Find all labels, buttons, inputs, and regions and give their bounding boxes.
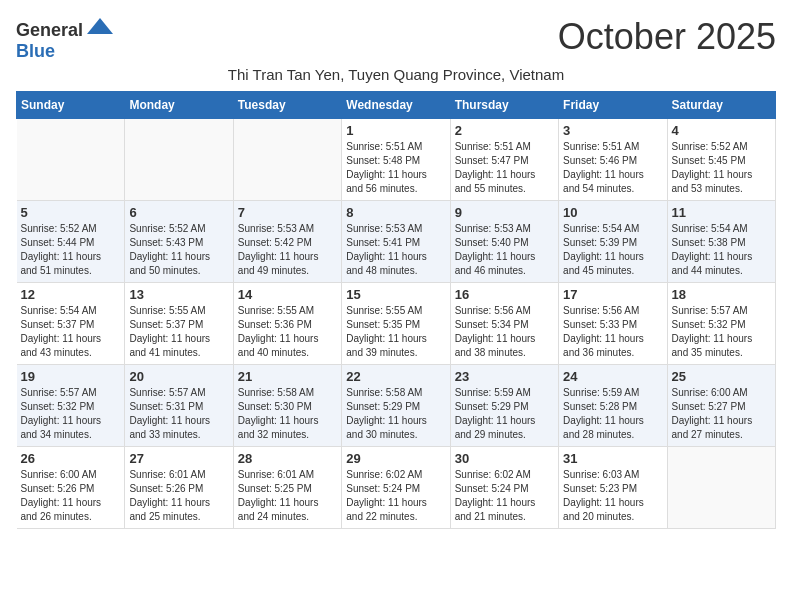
day-detail: Sunrise: 5:55 AM Sunset: 5:37 PM Dayligh… [129,304,228,360]
day-detail: Sunrise: 5:55 AM Sunset: 5:35 PM Dayligh… [346,304,445,360]
table-row: 25Sunrise: 6:00 AM Sunset: 5:27 PM Dayli… [667,365,775,447]
table-row: 11Sunrise: 5:54 AM Sunset: 5:38 PM Dayli… [667,201,775,283]
logo-blue: Blue [16,41,55,61]
logo: General Blue [16,16,115,62]
table-row: 22Sunrise: 5:58 AM Sunset: 5:29 PM Dayli… [342,365,450,447]
logo-text: General Blue [16,16,115,62]
table-row: 6Sunrise: 5:52 AM Sunset: 5:43 PM Daylig… [125,201,233,283]
table-row: 2Sunrise: 5:51 AM Sunset: 5:47 PM Daylig… [450,119,558,201]
table-row: 15Sunrise: 5:55 AM Sunset: 5:35 PM Dayli… [342,283,450,365]
day-number: 27 [129,451,228,466]
table-row: 21Sunrise: 5:58 AM Sunset: 5:30 PM Dayli… [233,365,341,447]
table-row: 10Sunrise: 5:54 AM Sunset: 5:39 PM Dayli… [559,201,667,283]
table-row [125,119,233,201]
day-number: 16 [455,287,554,302]
logo-general: General [16,20,83,40]
table-row: 19Sunrise: 5:57 AM Sunset: 5:32 PM Dayli… [17,365,125,447]
table-row: 8Sunrise: 5:53 AM Sunset: 5:41 PM Daylig… [342,201,450,283]
day-detail: Sunrise: 5:54 AM Sunset: 5:39 PM Dayligh… [563,222,662,278]
day-detail: Sunrise: 5:52 AM Sunset: 5:44 PM Dayligh… [21,222,121,278]
calendar-week-row: 5Sunrise: 5:52 AM Sunset: 5:44 PM Daylig… [17,201,776,283]
svg-marker-0 [87,18,113,34]
day-detail: Sunrise: 5:59 AM Sunset: 5:28 PM Dayligh… [563,386,662,442]
day-detail: Sunrise: 6:01 AM Sunset: 5:26 PM Dayligh… [129,468,228,524]
day-number: 10 [563,205,662,220]
header-monday: Monday [125,92,233,119]
header-saturday: Saturday [667,92,775,119]
day-number: 4 [672,123,771,138]
table-row: 27Sunrise: 6:01 AM Sunset: 5:26 PM Dayli… [125,447,233,529]
day-number: 24 [563,369,662,384]
table-row: 24Sunrise: 5:59 AM Sunset: 5:28 PM Dayli… [559,365,667,447]
day-detail: Sunrise: 5:58 AM Sunset: 5:29 PM Dayligh… [346,386,445,442]
day-number: 17 [563,287,662,302]
calendar-header-row: Sunday Monday Tuesday Wednesday Thursday… [17,92,776,119]
table-row: 14Sunrise: 5:55 AM Sunset: 5:36 PM Dayli… [233,283,341,365]
day-number: 11 [672,205,771,220]
day-detail: Sunrise: 5:53 AM Sunset: 5:42 PM Dayligh… [238,222,337,278]
table-row [233,119,341,201]
day-detail: Sunrise: 5:56 AM Sunset: 5:33 PM Dayligh… [563,304,662,360]
day-number: 23 [455,369,554,384]
table-row: 3Sunrise: 5:51 AM Sunset: 5:46 PM Daylig… [559,119,667,201]
table-row: 12Sunrise: 5:54 AM Sunset: 5:37 PM Dayli… [17,283,125,365]
header: General Blue October 2025 [16,16,776,62]
header-wednesday: Wednesday [342,92,450,119]
day-detail: Sunrise: 6:02 AM Sunset: 5:24 PM Dayligh… [346,468,445,524]
day-number: 20 [129,369,228,384]
day-detail: Sunrise: 5:56 AM Sunset: 5:34 PM Dayligh… [455,304,554,360]
day-detail: Sunrise: 5:59 AM Sunset: 5:29 PM Dayligh… [455,386,554,442]
day-detail: Sunrise: 5:52 AM Sunset: 5:43 PM Dayligh… [129,222,228,278]
day-number: 2 [455,123,554,138]
day-number: 25 [672,369,771,384]
table-row: 18Sunrise: 5:57 AM Sunset: 5:32 PM Dayli… [667,283,775,365]
day-number: 12 [21,287,121,302]
day-number: 9 [455,205,554,220]
table-row: 26Sunrise: 6:00 AM Sunset: 5:26 PM Dayli… [17,447,125,529]
table-row: 17Sunrise: 5:56 AM Sunset: 5:33 PM Dayli… [559,283,667,365]
table-row: 23Sunrise: 5:59 AM Sunset: 5:29 PM Dayli… [450,365,558,447]
day-number: 15 [346,287,445,302]
day-number: 5 [21,205,121,220]
table-row [667,447,775,529]
day-detail: Sunrise: 5:53 AM Sunset: 5:41 PM Dayligh… [346,222,445,278]
day-number: 26 [21,451,121,466]
day-detail: Sunrise: 6:01 AM Sunset: 5:25 PM Dayligh… [238,468,337,524]
calendar-week-row: 19Sunrise: 5:57 AM Sunset: 5:32 PM Dayli… [17,365,776,447]
day-number: 28 [238,451,337,466]
location-title: Thi Tran Tan Yen, Tuyen Quang Province, … [16,66,776,83]
calendar-week-row: 1Sunrise: 5:51 AM Sunset: 5:48 PM Daylig… [17,119,776,201]
day-detail: Sunrise: 5:52 AM Sunset: 5:45 PM Dayligh… [672,140,771,196]
day-number: 31 [563,451,662,466]
day-number: 6 [129,205,228,220]
day-detail: Sunrise: 5:51 AM Sunset: 5:46 PM Dayligh… [563,140,662,196]
table-row: 29Sunrise: 6:02 AM Sunset: 5:24 PM Dayli… [342,447,450,529]
day-detail: Sunrise: 5:58 AM Sunset: 5:30 PM Dayligh… [238,386,337,442]
header-thursday: Thursday [450,92,558,119]
table-row: 30Sunrise: 6:02 AM Sunset: 5:24 PM Dayli… [450,447,558,529]
day-detail: Sunrise: 6:00 AM Sunset: 5:27 PM Dayligh… [672,386,771,442]
table-row: 28Sunrise: 6:01 AM Sunset: 5:25 PM Dayli… [233,447,341,529]
day-number: 8 [346,205,445,220]
month-title: October 2025 [558,16,776,58]
day-number: 7 [238,205,337,220]
day-number: 29 [346,451,445,466]
table-row: 20Sunrise: 5:57 AM Sunset: 5:31 PM Dayli… [125,365,233,447]
day-number: 22 [346,369,445,384]
day-detail: Sunrise: 5:54 AM Sunset: 5:38 PM Dayligh… [672,222,771,278]
table-row: 31Sunrise: 6:03 AM Sunset: 5:23 PM Dayli… [559,447,667,529]
day-detail: Sunrise: 5:55 AM Sunset: 5:36 PM Dayligh… [238,304,337,360]
table-row [17,119,125,201]
day-number: 18 [672,287,771,302]
day-detail: Sunrise: 5:57 AM Sunset: 5:32 PM Dayligh… [21,386,121,442]
header-friday: Friday [559,92,667,119]
table-row: 16Sunrise: 5:56 AM Sunset: 5:34 PM Dayli… [450,283,558,365]
day-number: 13 [129,287,228,302]
table-row: 13Sunrise: 5:55 AM Sunset: 5:37 PM Dayli… [125,283,233,365]
day-detail: Sunrise: 5:53 AM Sunset: 5:40 PM Dayligh… [455,222,554,278]
table-row: 7Sunrise: 5:53 AM Sunset: 5:42 PM Daylig… [233,201,341,283]
day-detail: Sunrise: 6:02 AM Sunset: 5:24 PM Dayligh… [455,468,554,524]
day-number: 21 [238,369,337,384]
day-number: 3 [563,123,662,138]
table-row: 1Sunrise: 5:51 AM Sunset: 5:48 PM Daylig… [342,119,450,201]
